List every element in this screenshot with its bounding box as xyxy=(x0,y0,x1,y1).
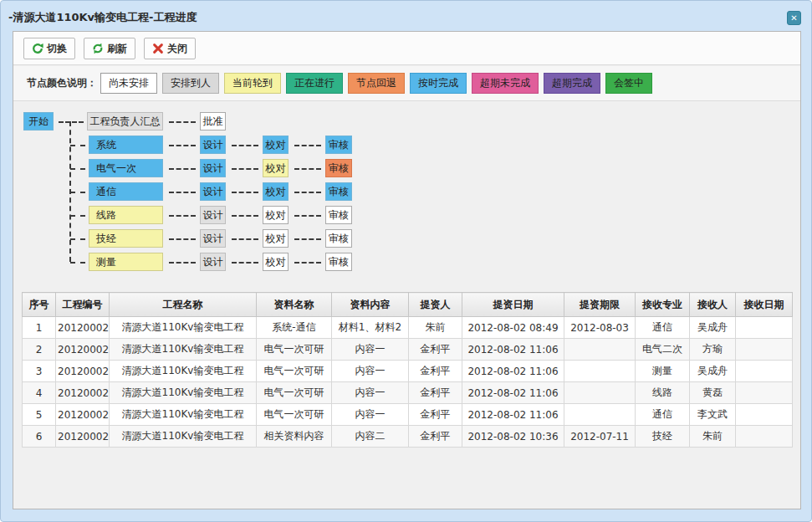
connector-line xyxy=(70,145,85,146)
connector-line xyxy=(70,215,85,217)
connector-line xyxy=(70,168,85,170)
table-cell: 20120002 xyxy=(56,361,110,382)
flow-node-step-5-1[interactable]: 设计 xyxy=(200,229,226,248)
flow-node-step-1-1[interactable]: 设计 xyxy=(200,136,226,154)
table-cell: 相关资料内容 xyxy=(257,426,332,448)
flow-node-step-4-2[interactable]: 校对 xyxy=(263,206,289,224)
flow-node-step-2-1[interactable]: 设计 xyxy=(200,159,226,177)
toolbar-button-label: 刷新 xyxy=(107,42,127,56)
table-cell: 通信 xyxy=(636,317,690,339)
legend-items: 尚未安排安排到人当前轮到正在进行节点回退按时完成超期未完成超期完成会签中 xyxy=(100,73,657,94)
connector-line xyxy=(70,262,85,264)
title-bar: -清源大道110Kv输变电工程-工程进度 ✕ xyxy=(1,1,811,31)
flow-node-branch-3[interactable]: 通信 xyxy=(89,182,163,201)
connector-line xyxy=(59,121,84,123)
flow-node-step-3-1[interactable]: 设计 xyxy=(200,182,226,201)
flow-node-branch-6[interactable]: 测量 xyxy=(89,253,163,271)
table-cell: 20120002 xyxy=(56,404,110,426)
table-cell: 朱前 xyxy=(409,317,462,339)
table-cell: 通信 xyxy=(636,404,690,426)
flow-node-step-3-3[interactable]: 审核 xyxy=(325,182,352,201)
flow-node-step-6-3[interactable]: 审核 xyxy=(325,253,352,271)
legend-badge: 会签中 xyxy=(605,73,652,94)
legend-badge: 正在进行 xyxy=(286,73,343,94)
connector-line xyxy=(169,238,196,240)
table-cell xyxy=(736,404,793,426)
table-cell: 清源大道110Kv输变电工程 xyxy=(110,382,257,404)
flow-node-approve[interactable]: 批准 xyxy=(200,112,226,130)
table-cell: 金利平 xyxy=(409,339,462,361)
grid-header-cell: 提资日期 xyxy=(462,293,564,317)
window-close-button[interactable]: ✕ xyxy=(787,11,801,25)
table-cell xyxy=(736,361,793,382)
legend-badge: 超期完成 xyxy=(544,73,600,94)
flow-node-step-1-2[interactable]: 校对 xyxy=(263,136,289,154)
table-cell: 金利平 xyxy=(409,426,462,448)
legend-badge: 安排到人 xyxy=(162,73,219,94)
table-row[interactable]: 120120002清源大道110Kv输变电工程系统-通信材料1、材料2朱前201… xyxy=(23,317,793,339)
connector-line xyxy=(232,145,258,146)
table-cell: 黄磊 xyxy=(690,382,736,404)
connector-line xyxy=(294,238,321,240)
flow-node-step-2-2[interactable]: 校对 xyxy=(263,159,289,177)
flow-node-step-1-3[interactable]: 审核 xyxy=(325,136,352,154)
table-cell: 线路 xyxy=(636,382,690,404)
grid-header-cell: 提资期限 xyxy=(564,293,636,317)
flow-node-summary[interactable]: 工程负责人汇总 xyxy=(87,112,163,130)
table-cell: 20120002 xyxy=(56,339,110,361)
table-cell xyxy=(564,361,636,382)
connector-line xyxy=(169,262,196,264)
toolbar-button-1[interactable]: 切换 xyxy=(23,38,75,59)
flow-node-step-5-3[interactable]: 审核 xyxy=(325,229,352,248)
table-cell: 2 xyxy=(23,339,56,361)
table-cell: 电气一次可研 xyxy=(257,339,332,361)
connector-line xyxy=(169,121,196,123)
table-cell: 清源大道110Kv输变电工程 xyxy=(110,361,257,382)
table-row[interactable]: 320120002清源大道110Kv输变电工程电气一次可研内容一金利平2012-… xyxy=(23,361,793,382)
grid-header-cell: 工程名称 xyxy=(110,293,257,317)
table-cell: 内容一 xyxy=(332,339,409,361)
toolbar-button-2[interactable]: 刷新 xyxy=(84,38,135,59)
flow-node-branch-5[interactable]: 技经 xyxy=(89,229,163,248)
close-icon: ✕ xyxy=(790,13,797,23)
flow-node-start[interactable]: 开始 xyxy=(23,112,54,130)
table-cell: 吴成舟 xyxy=(690,361,736,382)
connector-line xyxy=(294,262,321,264)
legend-badge: 当前轮到 xyxy=(224,73,281,94)
table-cell: 电气一次可研 xyxy=(257,404,332,426)
flow-node-branch-4[interactable]: 线路 xyxy=(89,206,163,224)
grid-header-cell: 接收日期 xyxy=(736,293,793,317)
table-cell xyxy=(736,382,793,404)
dialog-title: -清源大道110Kv输变电工程-工程进度 xyxy=(8,10,197,25)
table-row[interactable]: 520120002清源大道110Kv输变电工程电气一次可研内容一金利平2012-… xyxy=(23,404,793,426)
switch-icon xyxy=(32,43,43,54)
table-cell: 材料1、材料2 xyxy=(332,317,409,339)
progress-dialog: -清源大道110Kv输变电工程-工程进度 ✕ 切换刷新关闭 节点颜色说明： 尚未… xyxy=(0,0,812,522)
flow-node-step-4-1[interactable]: 设计 xyxy=(200,206,226,224)
flow-node-branch-1[interactable]: 系统 xyxy=(89,136,163,154)
table-row[interactable]: 620120002清源大道110Kv输变电工程相关资料内容内容二金利平2012-… xyxy=(23,426,793,448)
legend-badge: 超期未完成 xyxy=(472,73,539,94)
data-grid: 序号工程编号工程名称资料名称资料内容提资人提资日期提资期限接收专业接收人接收日期… xyxy=(22,292,793,448)
flow-node-step-6-1[interactable]: 设计 xyxy=(200,253,226,271)
table-cell: 2012-08-02 11:06 xyxy=(462,361,564,382)
table-cell: 金利平 xyxy=(409,404,462,426)
table-cell: 内容一 xyxy=(332,382,409,404)
table-cell: 2012-07-11 xyxy=(564,426,636,448)
toolbar-button-3[interactable]: 关闭 xyxy=(144,38,196,59)
flow-node-branch-2[interactable]: 电气一次 xyxy=(89,159,163,177)
flow-node-step-3-2[interactable]: 校对 xyxy=(263,182,289,201)
flow-node-step-5-2[interactable]: 校对 xyxy=(263,229,289,248)
table-row[interactable]: 420120002清源大道110Kv输变电工程电气一次可研内容一金利平2012-… xyxy=(23,382,793,404)
toolbar: 切换刷新关闭 xyxy=(13,32,800,65)
table-cell: 清源大道110Kv输变电工程 xyxy=(110,317,257,339)
table-cell xyxy=(564,382,636,404)
table-row[interactable]: 220120002清源大道110Kv输变电工程电气一次可研内容一金利平2012-… xyxy=(23,339,793,361)
flow-node-step-4-3[interactable]: 审核 xyxy=(325,206,352,224)
flow-node-step-2-3[interactable]: 审核 xyxy=(325,159,352,177)
table-cell: 2012-08-02 11:06 xyxy=(462,404,564,426)
toolbar-button-label: 关闭 xyxy=(167,42,187,56)
flow-node-step-6-2[interactable]: 校对 xyxy=(263,253,289,271)
table-cell: 清源大道110Kv输变电工程 xyxy=(110,339,257,361)
grid-header-cell: 接收人 xyxy=(690,293,736,317)
